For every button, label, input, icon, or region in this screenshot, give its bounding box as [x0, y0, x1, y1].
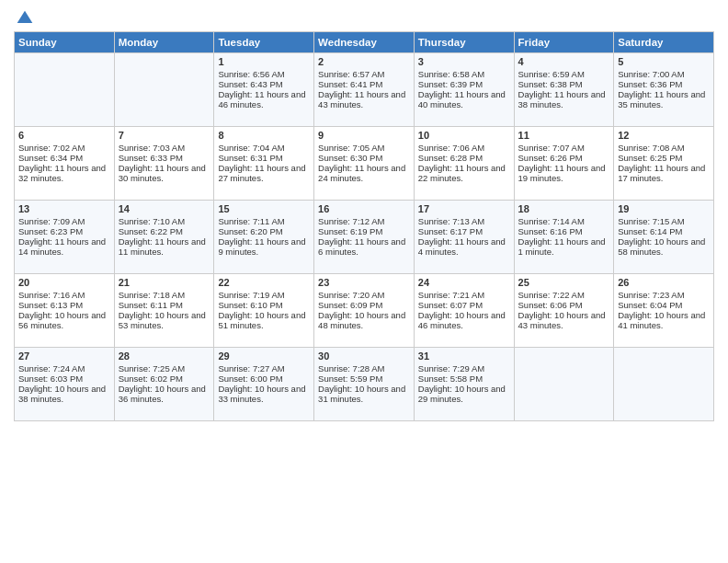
daylight-text: Daylight: 11 hours and 9 minutes. — [218, 236, 310, 257]
sunrise-text: Sunrise: 6:58 AM — [418, 69, 510, 79]
day-number: 7 — [119, 130, 210, 141]
sunrise-text: Sunrise: 7:02 AM — [18, 143, 110, 153]
sunrise-text: Sunrise: 7:27 AM — [218, 363, 310, 373]
calendar-cell: 11Sunrise: 7:07 AMSunset: 6:26 PMDayligh… — [514, 127, 614, 201]
sunset-text: Sunset: 6:20 PM — [218, 226, 310, 236]
calendar-cell: 28Sunrise: 7:25 AMSunset: 6:02 PMDayligh… — [114, 348, 214, 421]
daylight-text: Daylight: 11 hours and 30 minutes. — [119, 163, 210, 183]
calendar-cell: 17Sunrise: 7:13 AMSunset: 6:17 PMDayligh… — [414, 201, 514, 274]
column-header-saturday: Saturday — [614, 32, 714, 53]
day-number: 18 — [518, 203, 610, 214]
sunset-text: Sunset: 6:02 PM — [119, 373, 210, 384]
day-number: 29 — [218, 350, 310, 362]
sunset-text: Sunset: 6:28 PM — [418, 153, 510, 163]
header-row: SundayMondayTuesdayWednesdayThursdayFrid… — [15, 32, 714, 53]
sunset-text: Sunset: 6:22 PM — [119, 226, 210, 236]
day-number: 25 — [518, 277, 610, 288]
calendar-cell: 9Sunrise: 7:05 AMSunset: 6:30 PMDaylight… — [314, 127, 415, 201]
sunrise-text: Sunrise: 7:08 AM — [618, 143, 710, 153]
sunset-text: Sunset: 6:23 PM — [18, 226, 110, 236]
day-number: 24 — [418, 277, 510, 288]
week-row-5: 27Sunrise: 7:24 AMSunset: 6:03 PMDayligh… — [15, 348, 714, 421]
sunset-text: Sunset: 6:25 PM — [618, 153, 710, 163]
calendar-cell: 22Sunrise: 7:19 AMSunset: 6:10 PMDayligh… — [214, 274, 314, 348]
sunrise-text: Sunrise: 7:06 AM — [418, 143, 510, 153]
sunrise-text: Sunrise: 7:19 AM — [218, 290, 310, 300]
calendar-cell: 25Sunrise: 7:22 AMSunset: 6:06 PMDayligh… — [514, 274, 614, 348]
day-number: 11 — [518, 130, 610, 141]
day-number: 14 — [119, 203, 210, 214]
calendar-cell: 8Sunrise: 7:04 AMSunset: 6:31 PMDaylight… — [214, 127, 314, 201]
calendar-cell: 6Sunrise: 7:02 AMSunset: 6:34 PMDaylight… — [15, 127, 115, 201]
sunset-text: Sunset: 6:04 PM — [618, 300, 710, 310]
sunrise-text: Sunrise: 7:05 AM — [318, 143, 410, 153]
sunrise-text: Sunrise: 7:12 AM — [318, 216, 410, 226]
day-number: 15 — [218, 203, 310, 214]
day-number: 19 — [618, 203, 710, 214]
day-number: 21 — [119, 277, 210, 288]
calendar-cell — [514, 348, 614, 421]
sunset-text: Sunset: 6:17 PM — [418, 226, 510, 236]
sunrise-text: Sunrise: 7:13 AM — [418, 216, 510, 226]
sunset-text: Sunset: 6:00 PM — [218, 373, 310, 384]
daylight-text: Daylight: 10 hours and 53 minutes. — [119, 310, 210, 330]
sunset-text: Sunset: 6:06 PM — [518, 300, 610, 310]
calendar-cell: 31Sunrise: 7:29 AMSunset: 5:58 PMDayligh… — [414, 348, 514, 421]
column-header-thursday: Thursday — [414, 32, 514, 53]
sunrise-text: Sunrise: 7:10 AM — [119, 216, 210, 226]
sunrise-text: Sunrise: 7:03 AM — [119, 143, 210, 153]
sunrise-text: Sunrise: 7:28 AM — [318, 363, 410, 373]
sunrise-text: Sunrise: 7:21 AM — [418, 290, 510, 300]
daylight-text: Daylight: 11 hours and 40 minutes. — [418, 89, 510, 109]
sunrise-text: Sunrise: 7:11 AM — [218, 216, 310, 226]
day-number: 6 — [18, 130, 110, 141]
daylight-text: Daylight: 11 hours and 4 minutes. — [418, 236, 510, 257]
sunset-text: Sunset: 5:58 PM — [418, 373, 510, 384]
sunrise-text: Sunrise: 6:56 AM — [218, 69, 310, 79]
daylight-text: Daylight: 11 hours and 43 minutes. — [318, 89, 410, 109]
daylight-text: Daylight: 10 hours and 58 minutes. — [618, 236, 710, 257]
svg-marker-0 — [17, 11, 33, 23]
sunrise-text: Sunrise: 7:22 AM — [518, 290, 610, 300]
day-number: 8 — [218, 130, 310, 141]
calendar-cell: 29Sunrise: 7:27 AMSunset: 6:00 PMDayligh… — [214, 348, 314, 421]
sunset-text: Sunset: 6:10 PM — [218, 300, 310, 310]
sunset-text: Sunset: 6:34 PM — [18, 153, 110, 163]
day-number: 2 — [318, 56, 410, 67]
daylight-text: Daylight: 10 hours and 33 minutes. — [218, 384, 310, 404]
day-number: 26 — [618, 277, 710, 288]
column-header-monday: Monday — [114, 32, 214, 53]
column-header-tuesday: Tuesday — [214, 32, 314, 53]
sunset-text: Sunset: 6:09 PM — [318, 300, 410, 310]
calendar-cell: 13Sunrise: 7:09 AMSunset: 6:23 PMDayligh… — [15, 201, 115, 274]
sunrise-text: Sunrise: 7:15 AM — [618, 216, 710, 226]
sunset-text: Sunset: 6:16 PM — [518, 226, 610, 236]
week-row-2: 6Sunrise: 7:02 AMSunset: 6:34 PMDaylight… — [15, 127, 714, 201]
calendar-cell: 14Sunrise: 7:10 AMSunset: 6:22 PMDayligh… — [114, 201, 214, 274]
day-number: 13 — [18, 203, 110, 214]
sunrise-text: Sunrise: 7:20 AM — [318, 290, 410, 300]
daylight-text: Daylight: 10 hours and 36 minutes. — [119, 384, 210, 404]
daylight-text: Daylight: 11 hours and 6 minutes. — [318, 236, 410, 257]
day-number: 10 — [418, 130, 510, 141]
day-number: 1 — [218, 56, 310, 67]
calendar-cell: 15Sunrise: 7:11 AMSunset: 6:20 PMDayligh… — [214, 201, 314, 274]
sunset-text: Sunset: 6:36 PM — [618, 79, 710, 89]
column-header-friday: Friday — [514, 32, 614, 53]
calendar-cell: 4Sunrise: 6:59 AMSunset: 6:38 PMDaylight… — [514, 53, 614, 127]
week-row-1: 1Sunrise: 6:56 AMSunset: 6:43 PMDaylight… — [15, 53, 714, 127]
daylight-text: Daylight: 10 hours and 51 minutes. — [218, 310, 310, 330]
day-number: 3 — [418, 56, 510, 67]
week-row-3: 13Sunrise: 7:09 AMSunset: 6:23 PMDayligh… — [15, 201, 714, 274]
calendar-cell: 20Sunrise: 7:16 AMSunset: 6:13 PMDayligh… — [15, 274, 115, 348]
day-number: 30 — [318, 350, 410, 362]
sunrise-text: Sunrise: 7:14 AM — [518, 216, 610, 226]
sunrise-text: Sunrise: 7:29 AM — [418, 363, 510, 373]
day-number: 23 — [318, 277, 410, 288]
daylight-text: Daylight: 10 hours and 43 minutes. — [518, 310, 610, 330]
logo — [14, 9, 34, 24]
daylight-text: Daylight: 10 hours and 41 minutes. — [618, 310, 710, 330]
sunrise-text: Sunrise: 6:59 AM — [518, 69, 610, 79]
day-number: 20 — [18, 277, 110, 288]
sunrise-text: Sunrise: 7:07 AM — [518, 143, 610, 153]
